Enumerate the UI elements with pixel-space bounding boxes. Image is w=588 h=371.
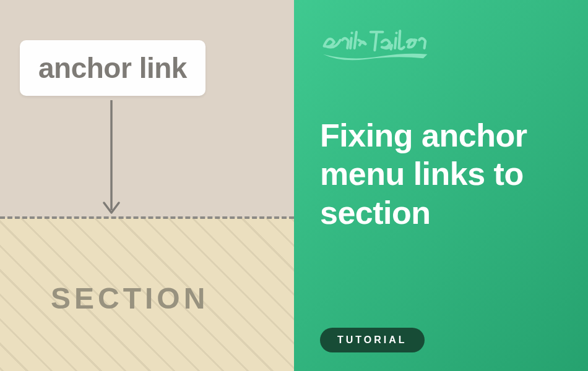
brand-logo: [320, 23, 431, 67]
anchor-link-chip: anchor link: [20, 40, 205, 96]
tutorial-title: Fixing anchor menu links to section: [320, 116, 562, 232]
arrow-down-icon: [102, 100, 121, 216]
tutorial-cover: anchor link SECTION: [0, 0, 588, 371]
section-boundary-dashed-line: [0, 216, 294, 219]
anchor-link-label: anchor link: [38, 52, 187, 84]
svg-point-2: [396, 32, 398, 34]
category-badge: TUTORIAL: [320, 328, 425, 352]
illustration-upper-area: [0, 0, 294, 218]
svg-point-1: [351, 32, 353, 34]
illustration-panel: anchor link SECTION: [0, 0, 294, 371]
content-panel: Fixing anchor menu links to section TUTO…: [294, 0, 588, 371]
section-label: SECTION: [51, 281, 209, 315]
